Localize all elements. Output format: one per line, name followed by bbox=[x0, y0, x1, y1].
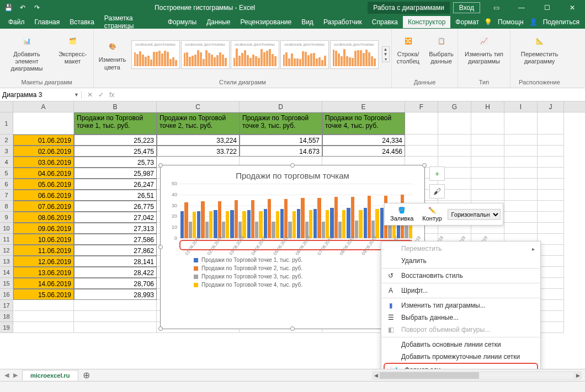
cell[interactable]: 02.06.2019 bbox=[13, 146, 74, 157]
row-header[interactable]: 5 bbox=[0, 168, 13, 179]
cell[interactable]: 28,706 bbox=[74, 278, 157, 289]
cancel-fx-icon[interactable]: ✕ bbox=[87, 91, 93, 99]
cell[interactable]: 04.06.2019 bbox=[13, 168, 74, 179]
cell[interactable]: 28,141 bbox=[74, 256, 157, 267]
cell[interactable]: 13.06.2019 bbox=[13, 267, 74, 278]
cell[interactable]: 03.06.2019 bbox=[13, 157, 74, 168]
tab-Формулы[interactable]: Формулы bbox=[163, 16, 201, 28]
cell[interactable]: 01.06.2019 bbox=[13, 135, 74, 146]
header-cell[interactable]: Продажи по Торговой точке 1, тыс. руб. bbox=[74, 112, 157, 135]
sheet-nav-next-icon[interactable]: ▶ bbox=[13, 372, 18, 379]
cell[interactable]: 33.722 bbox=[157, 146, 240, 157]
cell[interactable]: 15.06.2019 bbox=[13, 289, 74, 300]
cell[interactable]: 26,247 bbox=[74, 179, 157, 190]
cell[interactable]: 11.06.2019 bbox=[13, 245, 74, 256]
select-data-button[interactable]: 📋 Выбрать данные bbox=[426, 31, 457, 66]
share-label[interactable]: Поделиться bbox=[543, 18, 579, 26]
cell[interactable]: 05.06.2019 bbox=[13, 179, 74, 190]
cell[interactable]: 08.06.2019 bbox=[13, 212, 74, 223]
tab-Справка[interactable]: Справка bbox=[367, 16, 403, 28]
col-header-A[interactable]: A bbox=[13, 101, 74, 112]
chart-style-thumb[interactable]: НАЗВАНИЕ ДИАГРАММЫ bbox=[330, 40, 379, 69]
row-header[interactable]: 6 bbox=[0, 179, 13, 190]
row-header[interactable]: 13 bbox=[0, 256, 13, 267]
chart-style-gallery[interactable]: НАЗВАНИЕ ДИАГРАММЫНАЗВАНИЕ ДИАГРАММЫНАЗВ… bbox=[131, 40, 379, 69]
tab-Вставка[interactable]: Вставка bbox=[65, 16, 99, 28]
row-header[interactable]: 9 bbox=[0, 212, 13, 223]
row-header[interactable]: 19 bbox=[0, 322, 13, 333]
chart-title[interactable]: Продажи по торговым точкам bbox=[161, 165, 424, 184]
axis-orientation-select[interactable]: Горизонтальн bbox=[448, 209, 501, 220]
cell[interactable]: 10.06.2019 bbox=[13, 234, 74, 245]
row-header[interactable]: 15 bbox=[0, 278, 13, 289]
cell[interactable]: 12.06.2019 bbox=[13, 256, 74, 267]
menu-3d-rotation[interactable]: ◧Поворот объемной фигуры... bbox=[381, 324, 540, 336]
row-header[interactable]: 3 bbox=[0, 146, 13, 157]
row-header[interactable]: 10 bbox=[0, 223, 13, 234]
menu-move[interactable]: Переместить▸ bbox=[381, 243, 540, 255]
menu-reset-style[interactable]: ↺Восстановить стиль bbox=[381, 270, 540, 282]
sheet-tab-active[interactable]: microexcel.ru bbox=[22, 370, 78, 380]
tab-Рецензирование[interactable]: Рецензирование bbox=[235, 16, 296, 28]
chart-elements-button[interactable]: + bbox=[429, 167, 445, 181]
row-header[interactable]: 8 bbox=[0, 201, 13, 212]
cell[interactable]: 28,993 bbox=[74, 289, 157, 300]
row-header[interactable]: 4 bbox=[0, 157, 13, 168]
chart-style-thumb[interactable]: НАЗВАНИЕ ДИАГРАММЫ bbox=[231, 40, 279, 69]
chart-style-thumb[interactable]: НАЗВАНИЕ ДИАГРАММЫ bbox=[181, 40, 230, 69]
cell[interactable]: 06.06.2019 bbox=[13, 190, 74, 201]
quick-layout-button[interactable]: 🗂️ Экспресс-макет bbox=[54, 31, 92, 66]
cell[interactable]: 26,775 bbox=[74, 201, 157, 212]
chart-styles-button[interactable]: 🖌 bbox=[429, 184, 445, 198]
tab-Файл[interactable]: Файл bbox=[3, 16, 30, 28]
chart-style-thumb[interactable]: НАЗВАНИЕ ДИАГРАММЫ bbox=[131, 40, 180, 69]
header-cell[interactable]: Продажи по Торговой точке 3, тыс. руб. bbox=[240, 112, 322, 135]
redo-icon[interactable]: ↷ bbox=[32, 3, 42, 13]
col-header-C[interactable]: C bbox=[157, 101, 240, 112]
header-cell[interactable]: Продажи по Торговой точке 2, тыс. руб. bbox=[157, 112, 240, 135]
row-header[interactable]: 11 bbox=[0, 234, 13, 245]
tab-Конструктор[interactable]: Конструктор bbox=[403, 16, 450, 28]
row-header[interactable]: 1 bbox=[0, 112, 13, 135]
move-chart-button[interactable]: 📐 Переместить диаграмму bbox=[513, 31, 566, 66]
cell[interactable]: 14.06.2019 bbox=[13, 278, 74, 289]
tab-Вид[interactable]: Вид bbox=[296, 16, 318, 28]
share-icon[interactable]: 👤 bbox=[529, 18, 538, 26]
change-chart-type-button[interactable]: 📈 Изменить тип диаграммы bbox=[461, 31, 508, 66]
undo-icon[interactable]: ↶ bbox=[18, 3, 28, 13]
fill-button[interactable]: 🪣 Заливка bbox=[387, 206, 417, 223]
col-header-I[interactable]: I bbox=[504, 101, 538, 112]
menu-add-minor-gridlines[interactable]: Добавить промежуточные линии сетки bbox=[381, 351, 540, 363]
row-header[interactable]: 14 bbox=[0, 267, 13, 278]
horizontal-scrollbar[interactable]: ◀ ▶ bbox=[372, 371, 582, 380]
row-header[interactable]: 17 bbox=[0, 300, 13, 311]
help-label[interactable]: Помощн bbox=[498, 18, 524, 26]
cell[interactable]: 25,223 bbox=[74, 135, 157, 146]
tab-Данные[interactable]: Данные bbox=[201, 16, 235, 28]
cell[interactable]: 27,862 bbox=[74, 245, 157, 256]
col-header-F[interactable]: F bbox=[405, 101, 438, 112]
menu-delete[interactable]: Удалить bbox=[381, 255, 540, 267]
tab-Разработчик[interactable]: Разработчик bbox=[318, 16, 367, 28]
row-header[interactable]: 18 bbox=[0, 311, 13, 322]
cell[interactable]: 07.06.2019 bbox=[13, 201, 74, 212]
col-header-E[interactable]: E bbox=[322, 101, 405, 112]
maximize-icon[interactable]: ☐ bbox=[534, 0, 560, 15]
tell-me-icon[interactable]: 💡 bbox=[484, 18, 492, 26]
tab-Формат[interactable]: Формат bbox=[450, 16, 484, 28]
col-header-G[interactable]: G bbox=[438, 101, 471, 112]
cell[interactable]: 33,224 bbox=[157, 135, 240, 146]
cell[interactable]: 28,422 bbox=[74, 267, 157, 278]
cell[interactable]: 27,313 bbox=[74, 223, 157, 234]
header-cell[interactable] bbox=[13, 112, 74, 135]
name-box-input[interactable] bbox=[2, 91, 74, 99]
outline-button[interactable]: ✏️ Контур bbox=[419, 206, 445, 223]
cell[interactable]: 14,557 bbox=[240, 135, 322, 146]
select-all-corner[interactable] bbox=[0, 101, 13, 112]
menu-font[interactable]: AШрифт... bbox=[381, 284, 540, 297]
cell[interactable]: 24.456 bbox=[322, 146, 405, 157]
cell[interactable]: 27,042 bbox=[74, 212, 157, 223]
gallery-more-button[interactable]: ▲▼▾ bbox=[382, 46, 390, 62]
menu-select-data[interactable]: ☰Выбрать данные... bbox=[381, 312, 540, 324]
add-chart-element-button[interactable]: 📊 Добавить элемент диаграммы bbox=[2, 31, 52, 74]
